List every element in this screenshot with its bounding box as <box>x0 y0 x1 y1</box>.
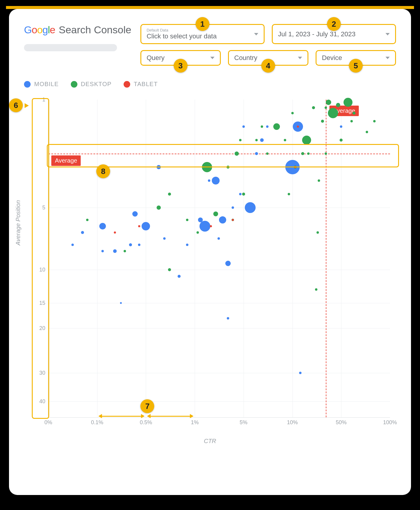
data-point[interactable] <box>315 288 317 291</box>
data-point[interactable] <box>232 219 234 221</box>
callout-3: 3 <box>174 59 188 73</box>
x-tick: 5% <box>240 419 248 426</box>
data-point[interactable] <box>340 139 343 142</box>
data-point[interactable] <box>344 98 352 107</box>
data-point[interactable] <box>101 250 104 252</box>
data-point[interactable] <box>235 152 239 156</box>
data-point[interactable] <box>226 166 230 169</box>
callout-1: 1 <box>196 17 209 31</box>
data-point[interactable] <box>99 223 106 230</box>
data-point[interactable] <box>312 106 315 109</box>
data-point[interactable] <box>242 193 245 196</box>
x-tick: 50% <box>336 419 346 426</box>
data-point[interactable] <box>213 212 218 216</box>
data-point[interactable] <box>307 152 310 155</box>
data-point[interactable] <box>299 372 302 374</box>
data-point[interactable] <box>255 152 258 155</box>
country-label: Country <box>234 54 257 62</box>
x-tick: 100% <box>383 419 397 426</box>
data-point[interactable] <box>196 231 199 234</box>
callout-8: 8 <box>96 164 110 178</box>
data-point[interactable] <box>163 237 166 240</box>
data-point[interactable] <box>266 125 268 128</box>
google-logo: Google <box>24 24 55 36</box>
data-point[interactable] <box>261 125 263 128</box>
data-point[interactable] <box>255 139 258 141</box>
data-point[interactable] <box>138 244 140 246</box>
data-point[interactable] <box>120 302 122 304</box>
x-tick: 0.1% <box>91 419 103 426</box>
data-point[interactable] <box>124 250 126 252</box>
chevron-down-icon <box>210 57 214 59</box>
data-point[interactable] <box>186 244 188 246</box>
data-point[interactable] <box>232 206 234 209</box>
data-point[interactable] <box>325 106 327 109</box>
data-point[interactable] <box>227 317 229 320</box>
data-point[interactable] <box>212 177 220 184</box>
data-point[interactable] <box>373 120 376 122</box>
query-dropdown[interactable]: Query 3 <box>140 50 221 66</box>
data-point[interactable] <box>316 231 319 234</box>
x-tick: 1% <box>191 419 199 426</box>
data-point[interactable] <box>350 120 353 122</box>
date-range-label: Jul 1, 2023 - July 31, 2023 <box>278 30 356 38</box>
data-point[interactable] <box>318 179 320 182</box>
data-point[interactable] <box>340 125 342 128</box>
data-point[interactable] <box>336 103 340 107</box>
data-point[interactable] <box>291 112 294 114</box>
data-point[interactable] <box>138 225 140 227</box>
data-point[interactable] <box>242 125 245 128</box>
data-point[interactable] <box>302 136 311 145</box>
data-point[interactable] <box>239 139 242 141</box>
data-point[interactable] <box>297 126 299 128</box>
data-point[interactable] <box>81 231 84 234</box>
data-point[interactable] <box>288 193 290 195</box>
device-dropdown[interactable]: Device 5 <box>316 50 396 66</box>
data-point[interactable] <box>266 152 268 155</box>
data-point[interactable] <box>157 165 161 169</box>
date-range-dropdown[interactable]: Jul 1, 2023 - July 31, 2023 2 <box>272 24 396 44</box>
data-point[interactable] <box>114 231 116 233</box>
data-point[interactable] <box>239 193 242 195</box>
y-tick: 30 <box>33 370 45 376</box>
data-point[interactable] <box>113 249 117 253</box>
data-point[interactable] <box>325 152 327 155</box>
data-point[interactable] <box>200 221 210 232</box>
dashboard-card: Google Search Console Default Data Click… <box>9 9 411 495</box>
average-position-line <box>48 154 390 154</box>
legend-item-tablet: TABLET <box>124 81 158 88</box>
legend-dot-icon <box>71 81 77 88</box>
data-point[interactable] <box>86 219 88 221</box>
data-point[interactable] <box>352 112 356 115</box>
data-point[interactable] <box>218 237 220 240</box>
y-tick: 10 <box>33 266 45 273</box>
data-point[interactable] <box>294 166 296 168</box>
data-point[interactable] <box>132 211 138 217</box>
data-point[interactable] <box>326 100 331 105</box>
data-point[interactable] <box>285 160 300 174</box>
data-point[interactable] <box>178 275 181 278</box>
data-point[interactable] <box>225 261 231 266</box>
data-point[interactable] <box>168 268 171 271</box>
data-point[interactable] <box>157 206 161 210</box>
data-point[interactable] <box>202 162 212 172</box>
data-point[interactable] <box>168 193 171 196</box>
data-point[interactable] <box>284 139 286 141</box>
data-point[interactable] <box>321 120 324 123</box>
data-point[interactable] <box>273 123 280 130</box>
data-selector-dropdown[interactable]: Default Data Click to select your data 1 <box>140 24 265 44</box>
data-point[interactable] <box>210 225 212 227</box>
data-point[interactable] <box>219 216 226 224</box>
callout-6: 6 <box>9 98 23 112</box>
data-point[interactable] <box>71 244 74 246</box>
data-point[interactable] <box>328 108 338 118</box>
data-point[interactable] <box>366 131 368 133</box>
data-point[interactable] <box>260 138 264 142</box>
data-point[interactable] <box>245 202 256 213</box>
country-dropdown[interactable]: Country 4 <box>228 50 308 66</box>
data-point[interactable] <box>142 222 150 230</box>
data-point[interactable] <box>129 243 132 246</box>
data-point[interactable] <box>208 179 210 182</box>
data-point[interactable] <box>301 152 304 155</box>
data-point[interactable] <box>186 219 188 221</box>
